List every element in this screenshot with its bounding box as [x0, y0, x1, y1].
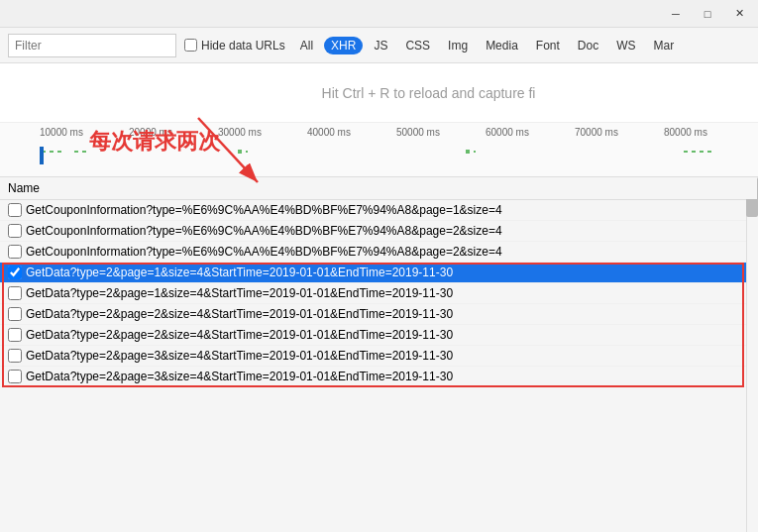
hide-data-urls-checkbox[interactable] — [184, 39, 197, 52]
row-name-2: GetCouponInformation?type=%E6%9C%AA%E4%B… — [26, 224, 502, 238]
row-name-7: GetData?type=2&page=2&size=4&StartTime=2… — [26, 328, 453, 342]
table-row[interactable]: GetData?type=2&page=2&size=4&StartTime=2… — [0, 304, 758, 325]
annotation-arrow — [168, 113, 287, 192]
table-cell-name-selected: GetData?type=2&page=1&size=4&StartTime=2… — [0, 263, 758, 283]
filter-btn-img[interactable]: Img — [441, 37, 475, 54]
table-row[interactable]: GetData?type=2&page=2&size=4&StartTime=2… — [0, 325, 758, 346]
network-table: Name GetCouponInformation?type=%E6%9C%AA… — [0, 177, 758, 387]
hide-data-urls-container: Hide data URLs — [184, 39, 285, 53]
filter-btn-all[interactable]: All — [293, 37, 320, 54]
table-cell-name: GetCouponInformation?type=%E6%9C%AA%E4%B… — [0, 221, 758, 242]
row-name-1: GetCouponInformation?type=%E6%9C%AA%E4%B… — [26, 203, 502, 217]
title-bar: ─ □ ✕ — [0, 0, 758, 28]
timeline: 10000 ms 20000 ms 30000 ms 40000 ms 5000… — [0, 123, 758, 177]
table-cell-name: GetData?type=2&page=3&size=4&StartTime=2… — [0, 367, 758, 387]
row-name-8: GetData?type=2&page=3&size=4&StartTime=2… — [26, 349, 453, 363]
row-checkbox-7[interactable] — [8, 328, 22, 342]
table-body: GetCouponInformation?type=%E6%9C%AA%E4%B… — [0, 200, 758, 387]
table-row[interactable]: GetData?type=2&page=3&size=4&StartTime=2… — [0, 346, 758, 367]
col-name: Name — [0, 177, 758, 200]
row-name-3: GetCouponInformation?type=%E6%9C%AA%E4%B… — [26, 245, 502, 259]
timeline-labels: 10000 ms 20000 ms 30000 ms 40000 ms 5000… — [0, 123, 758, 138]
table-head: Name — [0, 177, 758, 200]
waterfall-bars — [40, 145, 758, 174]
table-cell-name: GetCouponInformation?type=%E6%9C%AA%E4%B… — [0, 242, 758, 263]
hide-data-urls-label: Hide data URLs — [201, 39, 285, 53]
wf-green-2 — [466, 150, 470, 154]
filter-btn-font[interactable]: Font — [529, 37, 567, 54]
row-name-9: GetData?type=2&page=3&size=4&StartTime=2… — [26, 370, 453, 383]
filter-btn-ws[interactable]: WS — [609, 37, 642, 54]
filter-btn-css[interactable]: CSS — [398, 37, 437, 54]
table-row-selected[interactable]: GetData?type=2&page=1&size=4&StartTime=2… — [0, 263, 758, 283]
wf-dash-2 — [74, 151, 89, 153]
maximize-button[interactable]: □ — [693, 3, 722, 25]
row-checkbox-2[interactable] — [8, 224, 22, 238]
table-row[interactable]: GetData?type=2&page=3&size=4&StartTime=2… — [0, 367, 758, 387]
row-name-6: GetData?type=2&page=2&size=4&StartTime=2… — [26, 307, 453, 321]
row-checkbox-3[interactable] — [8, 245, 22, 259]
title-bar-controls: ─ □ ✕ — [661, 3, 754, 25]
timeline-label-5: 50000 ms — [396, 127, 486, 138]
filter-btn-xhr[interactable]: XHR — [324, 37, 363, 54]
filter-btn-media[interactable]: Media — [479, 37, 525, 54]
close-button[interactable]: ✕ — [724, 3, 754, 25]
filter-buttons: All XHR JS CSS Img Media Font Doc WS Mar — [293, 37, 681, 54]
filter-btn-mar[interactable]: Mar — [647, 37, 682, 54]
timeline-label-8: 80000 ms — [664, 127, 753, 138]
row-checkbox-4[interactable] — [8, 266, 22, 279]
wf-dash-5 — [684, 151, 713, 153]
table-cell-name: GetData?type=2&page=3&size=4&StartTime=2… — [0, 346, 758, 367]
table-row[interactable]: GetCouponInformation?type=%E6%9C%AA%E4%B… — [0, 200, 758, 221]
minimize-button[interactable]: ─ — [661, 3, 691, 25]
svg-line-1 — [198, 118, 258, 182]
table-cell-name: GetCouponInformation?type=%E6%9C%AA%E4%B… — [0, 200, 758, 221]
row-checkbox-5[interactable] — [8, 286, 22, 300]
row-checkbox-1[interactable] — [8, 203, 22, 217]
filter-btn-doc[interactable]: Doc — [571, 37, 605, 54]
row-checkbox-8[interactable] — [8, 349, 22, 363]
row-name-5: GetData?type=2&page=1&size=4&StartTime=2… — [26, 286, 453, 300]
wf-blue-bar — [40, 147, 44, 164]
wf-dash-1 — [42, 151, 61, 153]
table-container[interactable]: Name GetCouponInformation?type=%E6%9C%AA… — [0, 177, 758, 532]
timeline-label-4: 40000 ms — [307, 127, 396, 138]
table-row[interactable]: GetCouponInformation?type=%E6%9C%AA%E4%B… — [0, 242, 758, 263]
table-cell-name: GetData?type=2&page=2&size=4&StartTime=2… — [0, 304, 758, 325]
scrollbar-track[interactable] — [746, 177, 758, 532]
toolbar: Hide data URLs All XHR JS CSS Img Media … — [0, 28, 758, 63]
empty-state-message: Hit Ctrl + R to reload and capture fi — [0, 63, 758, 123]
row-checkbox-9[interactable] — [8, 370, 22, 383]
filter-input[interactable] — [8, 34, 176, 57]
table-row[interactable]: GetCouponInformation?type=%E6%9C%AA%E4%B… — [0, 221, 758, 242]
row-name-4: GetData?type=2&page=1&size=4&StartTime=2… — [26, 266, 453, 279]
table-cell-name: GetData?type=2&page=1&size=4&StartTime=2… — [0, 283, 758, 304]
timeline-label-1: 10000 ms — [40, 127, 129, 138]
timeline-label-7: 70000 ms — [575, 127, 664, 138]
table-cell-name: GetData?type=2&page=2&size=4&StartTime=2… — [0, 325, 758, 346]
filter-btn-js[interactable]: JS — [367, 37, 394, 54]
table-row[interactable]: GetData?type=2&page=1&size=4&StartTime=2… — [0, 283, 758, 304]
timeline-label-6: 60000 ms — [486, 127, 575, 138]
row-checkbox-6[interactable] — [8, 307, 22, 321]
